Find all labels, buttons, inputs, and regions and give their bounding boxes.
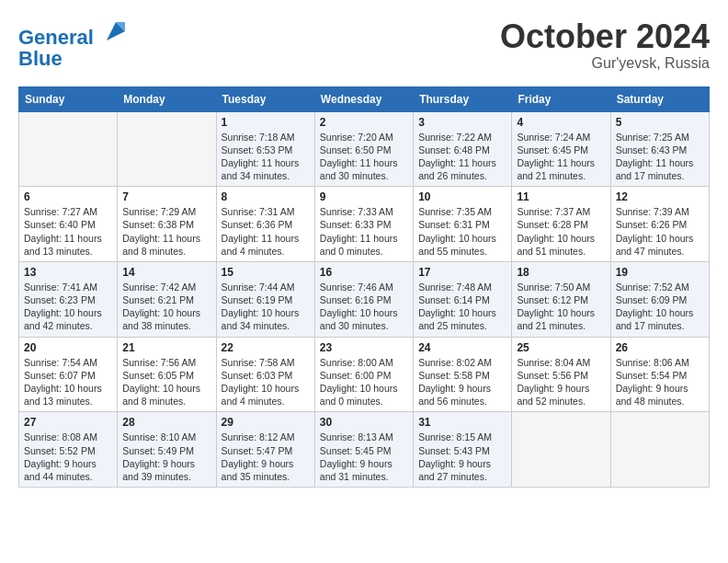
logo-icon: [103, 18, 129, 44]
day-info: Sunrise: 8:13 AM Sunset: 5:45 PM Dayligh…: [320, 431, 408, 483]
calendar-week-row: 27Sunrise: 8:08 AM Sunset: 5:52 PM Dayli…: [19, 412, 710, 488]
calendar-cell: 31Sunrise: 8:15 AM Sunset: 5:43 PM Dayli…: [414, 412, 512, 488]
day-info: Sunrise: 7:44 AM Sunset: 6:19 PM Dayligh…: [222, 281, 310, 333]
calendar-week-row: 1Sunrise: 7:18 AM Sunset: 6:53 PM Daylig…: [19, 111, 710, 187]
day-number: 16: [320, 266, 408, 279]
day-info: Sunrise: 8:06 AM Sunset: 5:54 PM Dayligh…: [616, 356, 704, 408]
day-number: 14: [122, 266, 210, 279]
day-info: Sunrise: 7:48 AM Sunset: 6:14 PM Dayligh…: [418, 281, 506, 333]
calendar-cell: 11Sunrise: 7:37 AM Sunset: 6:28 PM Dayli…: [512, 187, 610, 262]
calendar-cell: 6Sunrise: 7:27 AM Sunset: 6:40 PM Daylig…: [19, 187, 118, 262]
day-number: 24: [418, 341, 506, 354]
day-number: 4: [517, 116, 605, 129]
calendar-cell: 26Sunrise: 8:06 AM Sunset: 5:54 PM Dayli…: [610, 337, 709, 412]
day-info: Sunrise: 8:10 AM Sunset: 5:49 PM Dayligh…: [122, 431, 210, 483]
title-block: October 2024 Gur'yevsk, Russia: [500, 18, 710, 72]
day-number: 11: [517, 190, 605, 203]
calendar-cell: 28Sunrise: 8:10 AM Sunset: 5:49 PM Dayli…: [118, 412, 216, 488]
day-info: Sunrise: 7:33 AM Sunset: 6:33 PM Dayligh…: [320, 205, 408, 258]
calendar-header-tuesday: Tuesday: [216, 86, 314, 111]
day-info: Sunrise: 7:18 AM Sunset: 6:53 PM Dayligh…: [222, 131, 310, 183]
day-info: Sunrise: 7:29 AM Sunset: 6:38 PM Dayligh…: [122, 205, 210, 258]
day-number: 3: [418, 116, 506, 129]
day-info: Sunrise: 7:52 AM Sunset: 6:09 PM Dayligh…: [616, 281, 704, 333]
logo: General Blue: [18, 18, 129, 71]
day-number: 12: [616, 190, 704, 203]
day-number: 23: [320, 341, 408, 354]
calendar-cell: 15Sunrise: 7:44 AM Sunset: 6:19 PM Dayli…: [216, 261, 314, 337]
day-number: 26: [616, 341, 704, 354]
day-info: Sunrise: 7:58 AM Sunset: 6:03 PM Dayligh…: [222, 356, 310, 408]
calendar-week-row: 13Sunrise: 7:41 AM Sunset: 6:23 PM Dayli…: [19, 261, 710, 337]
day-info: Sunrise: 7:50 AM Sunset: 6:12 PM Dayligh…: [517, 281, 605, 333]
day-number: 15: [222, 266, 310, 279]
calendar-cell: 13Sunrise: 7:41 AM Sunset: 6:23 PM Dayli…: [19, 261, 118, 337]
calendar-cell: 19Sunrise: 7:52 AM Sunset: 6:09 PM Dayli…: [610, 261, 709, 337]
day-number: 25: [517, 341, 605, 354]
calendar-cell: 21Sunrise: 7:56 AM Sunset: 6:05 PM Dayli…: [118, 337, 216, 412]
day-number: 19: [616, 266, 704, 279]
calendar-header-wednesday: Wednesday: [314, 86, 413, 111]
calendar-cell: [610, 412, 709, 488]
day-info: Sunrise: 7:31 AM Sunset: 6:36 PM Dayligh…: [222, 205, 310, 258]
day-info: Sunrise: 7:54 AM Sunset: 6:07 PM Dayligh…: [24, 356, 112, 408]
calendar-cell: 22Sunrise: 7:58 AM Sunset: 6:03 PM Dayli…: [216, 337, 314, 412]
day-info: Sunrise: 7:22 AM Sunset: 6:48 PM Dayligh…: [418, 131, 506, 183]
day-number: 1: [222, 116, 310, 129]
calendar-cell: 3Sunrise: 7:22 AM Sunset: 6:48 PM Daylig…: [414, 111, 512, 187]
calendar-cell: 24Sunrise: 8:02 AM Sunset: 5:58 PM Dayli…: [414, 337, 512, 412]
day-number: 17: [418, 266, 506, 279]
day-info: Sunrise: 7:42 AM Sunset: 6:21 PM Dayligh…: [122, 281, 210, 333]
calendar-cell: 2Sunrise: 7:20 AM Sunset: 6:50 PM Daylig…: [314, 111, 413, 187]
calendar-cell: 29Sunrise: 8:12 AM Sunset: 5:47 PM Dayli…: [216, 412, 314, 488]
calendar-cell: 9Sunrise: 7:33 AM Sunset: 6:33 PM Daylig…: [314, 187, 413, 262]
calendar-week-row: 6Sunrise: 7:27 AM Sunset: 6:40 PM Daylig…: [19, 187, 710, 262]
day-info: Sunrise: 8:02 AM Sunset: 5:58 PM Dayligh…: [418, 356, 506, 408]
calendar-cell: 17Sunrise: 7:48 AM Sunset: 6:14 PM Dayli…: [414, 261, 512, 337]
calendar-header-monday: Monday: [118, 86, 216, 111]
calendar-week-row: 20Sunrise: 7:54 AM Sunset: 6:07 PM Dayli…: [19, 337, 710, 412]
calendar-cell: 20Sunrise: 7:54 AM Sunset: 6:07 PM Dayli…: [19, 337, 118, 412]
day-info: Sunrise: 8:04 AM Sunset: 5:56 PM Dayligh…: [517, 356, 605, 408]
day-info: Sunrise: 7:41 AM Sunset: 6:23 PM Dayligh…: [24, 281, 112, 333]
calendar-cell: 25Sunrise: 8:04 AM Sunset: 5:56 PM Dayli…: [512, 337, 610, 412]
calendar-cell: 10Sunrise: 7:35 AM Sunset: 6:31 PM Dayli…: [414, 187, 512, 262]
calendar-cell: 30Sunrise: 8:13 AM Sunset: 5:45 PM Dayli…: [314, 412, 413, 488]
calendar-cell: 5Sunrise: 7:25 AM Sunset: 6:43 PM Daylig…: [610, 111, 709, 187]
day-info: Sunrise: 8:12 AM Sunset: 5:47 PM Dayligh…: [222, 431, 310, 483]
logo-text: General: [18, 18, 129, 49]
location: Gur'yevsk, Russia: [500, 55, 710, 72]
calendar-cell: 23Sunrise: 8:00 AM Sunset: 6:00 PM Dayli…: [314, 337, 413, 412]
day-number: 10: [418, 190, 506, 203]
calendar-cell: 7Sunrise: 7:29 AM Sunset: 6:38 PM Daylig…: [118, 187, 216, 262]
calendar-cell: [118, 111, 216, 187]
calendar-cell: [512, 412, 610, 488]
day-info: Sunrise: 8:15 AM Sunset: 5:43 PM Dayligh…: [418, 431, 506, 483]
month-title: October 2024: [500, 18, 710, 55]
day-number: 29: [222, 416, 310, 429]
calendar-cell: 27Sunrise: 8:08 AM Sunset: 5:52 PM Dayli…: [19, 412, 118, 488]
day-number: 7: [122, 190, 210, 203]
day-info: Sunrise: 7:35 AM Sunset: 6:31 PM Dayligh…: [418, 205, 506, 258]
calendar-header-thursday: Thursday: [414, 86, 512, 111]
day-info: Sunrise: 7:37 AM Sunset: 6:28 PM Dayligh…: [517, 205, 605, 258]
day-info: Sunrise: 7:24 AM Sunset: 6:45 PM Dayligh…: [517, 131, 605, 183]
calendar-table: SundayMondayTuesdayWednesdayThursdayFrid…: [18, 86, 710, 488]
day-number: 20: [24, 341, 112, 354]
calendar-cell: 14Sunrise: 7:42 AM Sunset: 6:21 PM Dayli…: [118, 261, 216, 337]
day-number: 13: [24, 266, 112, 279]
day-number: 22: [222, 341, 310, 354]
page: General Blue October 2024 Gur'yevsk, Rus…: [0, 0, 728, 497]
day-info: Sunrise: 7:56 AM Sunset: 6:05 PM Dayligh…: [122, 356, 210, 408]
calendar-cell: 8Sunrise: 7:31 AM Sunset: 6:36 PM Daylig…: [216, 187, 314, 262]
day-info: Sunrise: 7:25 AM Sunset: 6:43 PM Dayligh…: [616, 131, 704, 183]
day-info: Sunrise: 7:20 AM Sunset: 6:50 PM Dayligh…: [320, 131, 408, 183]
day-info: Sunrise: 7:27 AM Sunset: 6:40 PM Dayligh…: [24, 205, 112, 258]
day-info: Sunrise: 7:39 AM Sunset: 6:26 PM Dayligh…: [616, 205, 704, 258]
logo-blue: Blue: [18, 47, 129, 71]
day-number: 27: [24, 416, 112, 429]
calendar-cell: 4Sunrise: 7:24 AM Sunset: 6:45 PM Daylig…: [512, 111, 610, 187]
logo-general: General: [18, 26, 94, 49]
calendar-header-friday: Friday: [512, 86, 610, 111]
day-number: 2: [320, 116, 408, 129]
